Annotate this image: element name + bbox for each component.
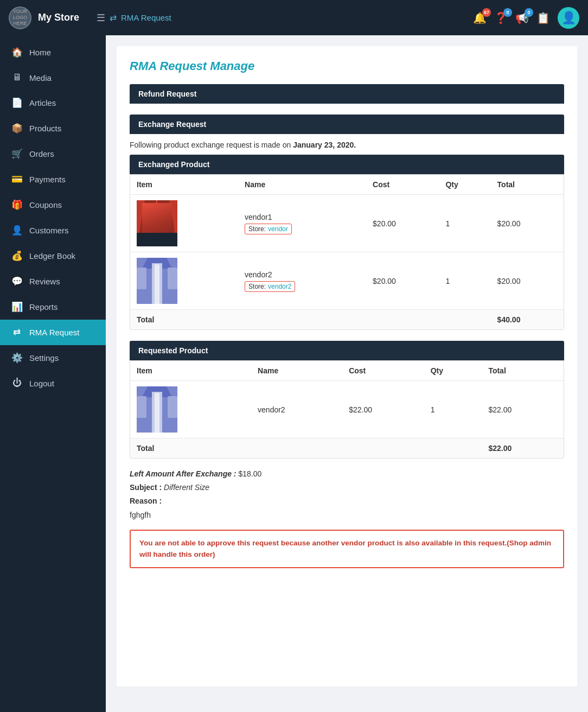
req-col-qty: Qty xyxy=(424,361,482,381)
col-item: Item xyxy=(130,175,238,195)
content-area: RMA Request Manage Refund Request Exchan… xyxy=(106,35,588,712)
product-qty: 1 xyxy=(439,195,490,252)
saree-svg xyxy=(137,200,177,246)
req-col-cost: Cost xyxy=(342,361,424,381)
svg-rect-13 xyxy=(137,396,146,418)
product-name: vendor1 xyxy=(245,213,360,221)
ledger-icon: 💰 xyxy=(11,250,23,262)
info-section: Left Amount After Exchange : $18.00 Subj… xyxy=(130,467,564,568)
total-label: Total xyxy=(130,310,366,330)
req-col-total: Total xyxy=(482,361,564,381)
sidebar-item-payments[interactable]: 💳 Payments xyxy=(0,167,106,192)
store-badge: Store: vendor2 xyxy=(245,281,295,292)
sidebar-item-reports[interactable]: 📊 Reports xyxy=(0,294,106,320)
product-image-cell xyxy=(130,195,238,252)
sidebar-item-rma[interactable]: ⇄ RMA Request xyxy=(0,320,106,345)
requested-product-table-wrapper: Item Name Cost Qty Total xyxy=(130,360,564,459)
sidebar-label-articles: Articles xyxy=(29,98,56,107)
orders-icon: 📋 xyxy=(536,12,550,24)
requested-product-table: Item Name Cost Qty Total xyxy=(130,361,564,458)
sidebar-label-rma: RMA Request xyxy=(29,328,80,337)
hamburger-icon[interactable]: ☰ xyxy=(97,12,105,24)
svg-rect-9 xyxy=(155,264,159,304)
col-name: Name xyxy=(238,175,366,195)
reviews-icon: 💬 xyxy=(11,276,23,287)
svg-rect-15 xyxy=(155,393,159,433)
requested-product-header: Requested Product xyxy=(130,341,564,360)
sidebar-item-logout[interactable]: ⏻ Logout xyxy=(0,371,106,396)
left-amount-row: Left Amount After Exchange : $18.00 xyxy=(130,467,564,481)
sidebar-label-payments: Payments xyxy=(29,175,66,184)
svg-marker-1 xyxy=(137,200,177,246)
sidebar-item-reviews[interactable]: 💬 Reviews xyxy=(0,269,106,294)
rma-icon: ⇄ xyxy=(11,327,23,338)
sidebar-item-coupons[interactable]: 🎁 Coupons xyxy=(0,192,106,218)
col-cost: Cost xyxy=(366,175,439,195)
req-total-spacer2 xyxy=(424,438,482,459)
page-title: RMA Request Manage xyxy=(130,59,564,73)
announcements-button[interactable]: 📢 0 xyxy=(515,11,529,24)
product-cost: $20.00 xyxy=(366,195,439,252)
svg-rect-2 xyxy=(137,233,177,246)
product-name-cell: vendor1 Store: vendor xyxy=(238,195,366,252)
product-total: $20.00 xyxy=(491,195,564,252)
notifications-button[interactable]: 🔔 67 xyxy=(473,11,487,24)
help-button[interactable]: ❓ 0 xyxy=(494,11,508,24)
store-name: My Store xyxy=(38,12,79,23)
left-amount-label: Left Amount After Exchange : xyxy=(130,469,237,478)
articles-icon: 📄 xyxy=(11,97,23,109)
coupons-icon: 🎁 xyxy=(11,199,23,211)
total-value: $40.00 xyxy=(491,310,564,330)
sidebar-label-reviews: Reviews xyxy=(29,277,60,286)
sidebar-item-ledger[interactable]: 💰 Ledger Book xyxy=(0,243,106,269)
req-product-name: vendor2 xyxy=(251,381,342,438)
reports-icon: 📊 xyxy=(11,301,23,313)
store-link[interactable]: vendor2 xyxy=(268,283,291,290)
navbar-right: 🔔 67 ❓ 0 📢 0 📋 👤 xyxy=(473,7,579,29)
req-product-total: $22.00 xyxy=(482,381,564,438)
col-total: Total xyxy=(491,175,564,195)
product-image-cell xyxy=(130,252,238,310)
svg-rect-7 xyxy=(137,268,146,289)
table-row: vendor1 Store: vendor $20.00 1 $20.00 xyxy=(130,195,564,252)
settings-icon: ⚙️ xyxy=(11,352,23,364)
sidebar-item-articles[interactable]: 📄 Articles xyxy=(0,90,106,116)
sidebar-label-products: Products xyxy=(29,124,61,133)
store-label: Store: xyxy=(248,283,266,290)
exchange-request-header: Exchange Request xyxy=(130,115,564,134)
sidebar-item-customers[interactable]: 👤 Customers xyxy=(0,218,106,243)
sidebar-label-home: Home xyxy=(29,48,51,57)
sidebar-item-home[interactable]: 🏠 Home xyxy=(0,40,106,65)
svg-rect-14 xyxy=(168,396,177,418)
sidebar-item-media[interactable]: 🖥 Media xyxy=(0,65,106,90)
sidebar-label-media: Media xyxy=(29,73,52,82)
total-row: Total $40.00 xyxy=(130,310,564,330)
orders-nav-button[interactable]: 📋 xyxy=(536,11,550,24)
main-layout: 🏠 Home 🖥 Media 📄 Articles 📦 Products 🛒 O… xyxy=(0,35,588,712)
req-col-item: Item xyxy=(130,361,251,381)
sidebar-item-orders[interactable]: 🛒 Orders xyxy=(0,141,106,167)
sidebar-item-settings[interactable]: ⚙️ Settings xyxy=(0,345,106,371)
avatar-icon: 👤 xyxy=(561,11,576,25)
product-name: vendor2 xyxy=(245,270,360,279)
table-row: vendor2 Store: vendor2 $20.00 1 $20.00 xyxy=(130,252,564,310)
breadcrumb-text: RMA Request xyxy=(121,13,171,22)
breadcrumb: ☰ ⇄ RMA Request xyxy=(97,12,171,24)
sidebar-label-orders: Orders xyxy=(29,149,54,158)
sidebar-label-reports: Reports xyxy=(29,302,58,312)
store-label: Store: xyxy=(248,225,266,233)
req-total-row: Total $22.00 xyxy=(130,438,564,459)
subject-row: Subject : Different Size xyxy=(130,481,564,494)
announcements-badge: 0 xyxy=(525,8,533,17)
home-icon: 🏠 xyxy=(11,47,23,58)
left-amount-value: $18.00 xyxy=(238,469,261,478)
exchanged-product-table-wrapper: Item Name Cost Qty Total xyxy=(130,174,564,330)
store-link[interactable]: vendor xyxy=(268,225,288,233)
sidebar-item-products[interactable]: 📦 Products xyxy=(0,116,106,141)
exchange-request-section: Exchange Request Following product excha… xyxy=(130,115,564,568)
user-avatar[interactable]: 👤 xyxy=(558,7,579,29)
notification-badge: 67 xyxy=(482,8,491,17)
product-qty: 1 xyxy=(439,252,490,310)
page-card: RMA Request Manage Refund Request Exchan… xyxy=(117,46,577,686)
subject-label: Subject : xyxy=(130,483,162,492)
